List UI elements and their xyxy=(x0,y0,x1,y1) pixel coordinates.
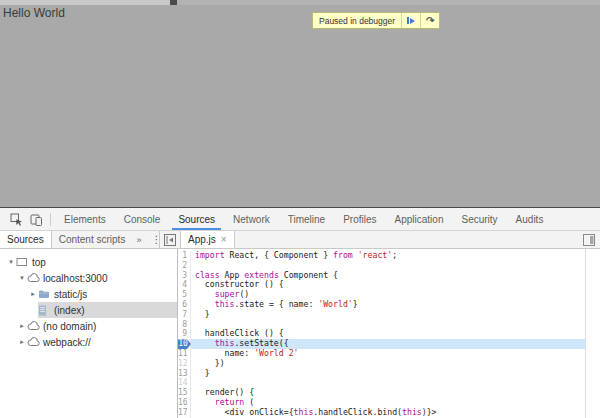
device-toolbar-button[interactable] xyxy=(26,208,46,230)
tab-security[interactable]: Security xyxy=(452,208,506,230)
line-number[interactable]: 2 xyxy=(178,261,191,271)
cloud-icon xyxy=(27,273,41,284)
hide-navigator-button[interactable] xyxy=(160,231,179,248)
device-toolbar-icon xyxy=(30,213,43,226)
line-number[interactable]: 5 xyxy=(178,290,191,300)
tab-elements[interactable]: Elements xyxy=(55,208,115,230)
code-line-7[interactable]: 7 } xyxy=(178,310,585,320)
sidebar-panel-icon xyxy=(583,234,595,246)
tab-profiles[interactable]: Profiles xyxy=(334,208,385,230)
main-tabs: ElementsConsoleSourcesNetworkTimelinePro… xyxy=(55,208,552,230)
tab-application[interactable]: Application xyxy=(386,208,453,230)
line-number[interactable]: 15 xyxy=(178,388,191,398)
navigator-tab-sources[interactable]: Sources xyxy=(0,231,52,248)
sources-content: ▾ top▾ localhost:3000▸ static/js (index)… xyxy=(0,249,600,418)
code-text[interactable]: } xyxy=(191,369,585,379)
line-number[interactable]: 12 xyxy=(178,359,191,369)
hide-navigator-icon xyxy=(164,234,176,246)
disclosure-collapsed-icon[interactable]: ▸ xyxy=(17,338,27,346)
screen: Hello World Paused in debugger ↷ xyxy=(0,0,600,418)
code-line-12[interactable]: 12 }) xyxy=(178,359,585,369)
line-number[interactable]: 9 xyxy=(178,329,191,339)
resume-script-icon xyxy=(407,17,409,24)
line-number[interactable]: 4 xyxy=(178,280,191,290)
code-text[interactable]: import React, { Component } from 'react'… xyxy=(191,251,585,261)
file-icon xyxy=(38,305,52,316)
disclosure-expanded-icon[interactable]: ▾ xyxy=(17,274,27,282)
tree-item-localhost-3000[interactable]: ▾ localhost:3000 xyxy=(0,270,177,286)
line-number[interactable]: 11 xyxy=(178,349,191,359)
web-page: Hello World Paused in debugger ↷ xyxy=(0,0,600,207)
tab-timeline[interactable]: Timeline xyxy=(279,208,334,230)
tree-item--no-domain-[interactable]: ▸ (no domain) xyxy=(0,318,177,334)
inspect-icon xyxy=(10,213,23,226)
file-tree: ▾ top▾ localhost:3000▸ static/js (index)… xyxy=(0,249,178,418)
tree-item-webpack-[interactable]: ▸ webpack:// xyxy=(0,334,177,350)
navigator-tabs: SourcesContent scripts» ⋮ xyxy=(0,231,160,248)
paused-banner-label: Paused in debugger xyxy=(313,13,401,28)
line-number[interactable]: 14 xyxy=(178,378,191,388)
line-number[interactable]: 16 xyxy=(178,398,191,408)
cloud-icon xyxy=(27,321,41,332)
toggle-debugger-sidebar-button[interactable] xyxy=(578,231,600,248)
more-tabs-chevron[interactable]: » xyxy=(132,231,145,248)
execution-line-number[interactable]: 10 xyxy=(178,339,191,349)
code-text[interactable]: <div onClick={this.handleClick.bind(this… xyxy=(191,408,585,418)
tab-audits[interactable]: Audits xyxy=(507,208,553,230)
browser-chrome-edge xyxy=(0,0,600,5)
cloud-icon xyxy=(27,337,41,348)
paused-in-debugger-banner: Paused in debugger ↷ xyxy=(312,12,440,29)
resume-script-button[interactable] xyxy=(401,13,420,28)
line-number[interactable]: 17 xyxy=(178,408,191,418)
code-lines: 1import React, { Component } from 'react… xyxy=(178,251,585,418)
file-tab-label: App.js xyxy=(188,234,216,245)
tree-item-label: static/js xyxy=(54,289,87,300)
close-tab-icon[interactable]: × xyxy=(221,234,227,245)
disclosure-collapsed-icon[interactable]: ▸ xyxy=(28,290,38,298)
tree-item-top[interactable]: ▾ top xyxy=(0,254,177,270)
page-text: Hello World xyxy=(3,6,65,20)
code-text[interactable]: this.state = { name: 'World'} xyxy=(191,300,585,310)
code-line-11[interactable]: 11 name: 'World 2' xyxy=(178,349,585,359)
tree-item-static-js[interactable]: ▸ static/js xyxy=(0,286,177,302)
devtools-toolbar: ElementsConsoleSourcesNetworkTimelinePro… xyxy=(0,208,600,231)
code-line-1[interactable]: 1import React, { Component } from 'react… xyxy=(178,251,585,261)
tree-item-label: (no domain) xyxy=(43,321,96,332)
line-number[interactable]: 8 xyxy=(178,320,191,330)
code-line-17[interactable]: 17 <div onClick={this.handleClick.bind(t… xyxy=(178,408,585,418)
disclosure-expanded-icon[interactable]: ▾ xyxy=(6,258,16,266)
code-text[interactable]: }) xyxy=(191,359,585,369)
tree-item-label: webpack:// xyxy=(43,337,91,348)
frame-icon xyxy=(16,257,30,268)
step-over-icon: ↷ xyxy=(426,16,434,26)
tree-item-label: localhost:3000 xyxy=(43,273,108,284)
code-line-6[interactable]: 6 this.state = { name: 'World'} xyxy=(178,300,585,310)
code-text[interactable]: } xyxy=(191,310,585,320)
code-line-13[interactable]: 13 } xyxy=(178,369,585,379)
step-over-button[interactable]: ↷ xyxy=(420,13,439,28)
line-number[interactable]: 1 xyxy=(178,251,191,261)
code-text[interactable]: constructor () { xyxy=(191,280,585,290)
inspect-element-button[interactable] xyxy=(6,208,26,230)
disclosure-collapsed-icon[interactable]: ▸ xyxy=(17,322,27,330)
navigator-tab-content-scripts[interactable]: Content scripts xyxy=(52,231,133,248)
code-editor[interactable]: 1import React, { Component } from 'react… xyxy=(178,249,586,418)
folder-icon xyxy=(38,289,52,300)
sources-subtoolbar: SourcesContent scripts» ⋮ App.js × xyxy=(0,231,600,249)
toolbar-separator xyxy=(50,213,51,226)
line-number[interactable]: 3 xyxy=(178,271,191,281)
line-number[interactable]: 7 xyxy=(178,310,191,320)
tree-item-label: top xyxy=(32,257,46,268)
tab-console[interactable]: Console xyxy=(115,208,170,230)
tree-item--index-[interactable]: (index) xyxy=(0,302,177,318)
tab-app-js[interactable]: App.js × xyxy=(180,231,235,248)
line-number[interactable]: 6 xyxy=(178,300,191,310)
code-text[interactable]: name: 'World 2' xyxy=(191,349,585,359)
line-number[interactable]: 13 xyxy=(178,369,191,379)
tab-sources[interactable]: Sources xyxy=(169,208,224,230)
editor-right-gutter xyxy=(586,249,600,418)
tree-item-label: (index) xyxy=(54,305,85,316)
tab-network[interactable]: Network xyxy=(224,208,279,230)
execution-pointer-badge: 10 xyxy=(178,339,191,349)
